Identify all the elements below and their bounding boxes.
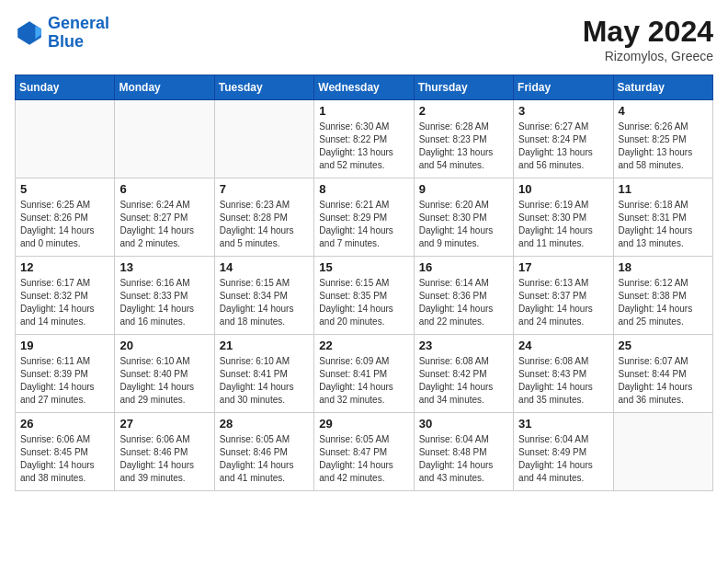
- calendar-cell: 3Sunrise: 6:27 AMSunset: 8:24 PMDaylight…: [514, 100, 613, 178]
- calendar-cell: 31Sunrise: 6:04 AMSunset: 8:49 PMDayligh…: [514, 413, 613, 491]
- logo: General Blue: [15, 15, 109, 52]
- calendar-cell: 28Sunrise: 6:05 AMSunset: 8:46 PMDayligh…: [214, 413, 313, 491]
- day-header-monday: Monday: [115, 75, 214, 100]
- day-number: 23: [419, 339, 508, 352]
- day-info: Sunrise: 6:06 AMSunset: 8:46 PMDaylight:…: [119, 433, 209, 485]
- day-number: 15: [319, 260, 408, 274]
- day-number: 29: [319, 417, 408, 431]
- calendar-cell: 15Sunrise: 6:15 AMSunset: 8:35 PMDayligh…: [314, 257, 414, 335]
- day-info: Sunrise: 6:08 AMSunset: 8:42 PMDaylight:…: [419, 355, 508, 407]
- calendar-cell: 19Sunrise: 6:11 AMSunset: 8:39 PMDayligh…: [16, 335, 115, 413]
- day-info: Sunrise: 6:05 AMSunset: 8:47 PMDaylight:…: [319, 433, 408, 485]
- calendar-cell: 17Sunrise: 6:13 AMSunset: 8:37 PMDayligh…: [514, 257, 613, 335]
- day-number: 4: [619, 104, 708, 118]
- day-number: 13: [119, 260, 209, 274]
- day-info: Sunrise: 6:28 AMSunset: 8:23 PMDaylight:…: [419, 121, 508, 172]
- day-info: Sunrise: 6:13 AMSunset: 8:37 PMDaylight:…: [518, 277, 608, 328]
- day-number: 20: [119, 339, 209, 352]
- day-header-thursday: Thursday: [414, 75, 513, 100]
- week-row-1: 1Sunrise: 6:30 AMSunset: 8:22 PMDaylight…: [16, 100, 713, 178]
- day-header-tuesday: Tuesday: [214, 75, 313, 100]
- page-header: General Blue May 2024 Rizomylos, Greece: [15, 15, 713, 63]
- day-number: 18: [619, 260, 708, 274]
- calendar-cell: 9Sunrise: 6:20 AMSunset: 8:30 PMDaylight…: [414, 178, 513, 257]
- day-number: 26: [20, 417, 109, 431]
- logo-text: General Blue: [48, 15, 109, 52]
- day-info: Sunrise: 6:15 AMSunset: 8:35 PMDaylight:…: [319, 277, 408, 328]
- calendar-cell: 24Sunrise: 6:08 AMSunset: 8:43 PMDayligh…: [514, 335, 613, 413]
- day-info: Sunrise: 6:12 AMSunset: 8:38 PMDaylight:…: [619, 277, 708, 328]
- day-info: Sunrise: 6:10 AMSunset: 8:40 PMDaylight:…: [119, 355, 209, 407]
- day-number: 9: [419, 182, 508, 196]
- calendar-cell: 21Sunrise: 6:10 AMSunset: 8:41 PMDayligh…: [214, 335, 313, 413]
- calendar-cell: 16Sunrise: 6:14 AMSunset: 8:36 PMDayligh…: [414, 257, 513, 335]
- day-header-sunday: Sunday: [16, 75, 115, 100]
- day-info: Sunrise: 6:14 AMSunset: 8:36 PMDaylight:…: [419, 277, 508, 328]
- day-info: Sunrise: 6:17 AMSunset: 8:32 PMDaylight:…: [20, 277, 109, 328]
- day-number: 24: [518, 339, 608, 352]
- day-info: Sunrise: 6:18 AMSunset: 8:31 PMDaylight:…: [619, 199, 708, 250]
- day-info: Sunrise: 6:27 AMSunset: 8:24 PMDaylight:…: [518, 121, 608, 172]
- day-info: Sunrise: 6:10 AMSunset: 8:41 PMDaylight:…: [220, 355, 309, 407]
- day-info: Sunrise: 6:20 AMSunset: 8:30 PMDaylight:…: [419, 199, 508, 250]
- calendar-cell: 12Sunrise: 6:17 AMSunset: 8:32 PMDayligh…: [16, 257, 115, 335]
- day-number: 10: [518, 182, 608, 196]
- day-header-saturday: Saturday: [613, 75, 712, 100]
- day-info: Sunrise: 6:30 AMSunset: 8:22 PMDaylight:…: [319, 121, 408, 172]
- calendar-cell: 26Sunrise: 6:06 AMSunset: 8:45 PMDayligh…: [16, 413, 115, 491]
- day-number: 8: [319, 182, 408, 196]
- month-year: May 2024: [583, 15, 713, 49]
- title-block: May 2024 Rizomylos, Greece: [583, 15, 713, 63]
- day-info: Sunrise: 6:06 AMSunset: 8:45 PMDaylight:…: [20, 433, 109, 485]
- day-info: Sunrise: 6:09 AMSunset: 8:41 PMDaylight:…: [319, 355, 408, 407]
- day-info: Sunrise: 6:25 AMSunset: 8:26 PMDaylight:…: [20, 199, 109, 250]
- day-number: 11: [619, 182, 708, 196]
- calendar-cell: 20Sunrise: 6:10 AMSunset: 8:40 PMDayligh…: [115, 335, 214, 413]
- calendar-cell: 30Sunrise: 6:04 AMSunset: 8:48 PMDayligh…: [414, 413, 513, 491]
- calendar-cell: 29Sunrise: 6:05 AMSunset: 8:47 PMDayligh…: [314, 413, 414, 491]
- day-info: Sunrise: 6:21 AMSunset: 8:29 PMDaylight:…: [319, 199, 408, 250]
- day-number: 6: [119, 182, 209, 196]
- day-header-wednesday: Wednesday: [314, 75, 414, 100]
- day-info: Sunrise: 6:15 AMSunset: 8:34 PMDaylight:…: [220, 277, 309, 328]
- calendar-cell: 25Sunrise: 6:07 AMSunset: 8:44 PMDayligh…: [613, 335, 712, 413]
- day-number: 25: [619, 339, 708, 352]
- day-info: Sunrise: 6:07 AMSunset: 8:44 PMDaylight:…: [619, 355, 708, 407]
- calendar-cell: 8Sunrise: 6:21 AMSunset: 8:29 PMDaylight…: [314, 178, 414, 257]
- calendar-cell: 13Sunrise: 6:16 AMSunset: 8:33 PMDayligh…: [115, 257, 214, 335]
- day-number: 12: [20, 260, 109, 274]
- week-row-3: 12Sunrise: 6:17 AMSunset: 8:32 PMDayligh…: [16, 257, 713, 335]
- logo-icon: [15, 18, 44, 48]
- day-info: Sunrise: 6:05 AMSunset: 8:46 PMDaylight:…: [220, 433, 309, 485]
- day-info: Sunrise: 6:04 AMSunset: 8:48 PMDaylight:…: [419, 433, 508, 485]
- day-info: Sunrise: 6:24 AMSunset: 8:27 PMDaylight:…: [119, 199, 209, 250]
- day-number: 30: [419, 417, 508, 431]
- calendar-cell: [214, 100, 313, 178]
- calendar-cell: [115, 100, 214, 178]
- logo-line1: General: [48, 14, 109, 32]
- calendar-cell: 2Sunrise: 6:28 AMSunset: 8:23 PMDaylight…: [414, 100, 513, 178]
- day-number: 27: [119, 417, 209, 431]
- day-info: Sunrise: 6:19 AMSunset: 8:30 PMDaylight:…: [518, 199, 608, 250]
- calendar-table: SundayMondayTuesdayWednesdayThursdayFrid…: [15, 75, 713, 491]
- day-info: Sunrise: 6:23 AMSunset: 8:28 PMDaylight:…: [220, 199, 309, 250]
- calendar-cell: 27Sunrise: 6:06 AMSunset: 8:46 PMDayligh…: [115, 413, 214, 491]
- day-number: 14: [220, 260, 309, 274]
- week-row-4: 19Sunrise: 6:11 AMSunset: 8:39 PMDayligh…: [16, 335, 713, 413]
- day-number: 5: [20, 182, 109, 196]
- location: Rizomylos, Greece: [583, 49, 713, 63]
- day-number: 3: [518, 104, 608, 118]
- logo-line2: Blue: [48, 32, 84, 51]
- calendar-cell: 11Sunrise: 6:18 AMSunset: 8:31 PMDayligh…: [613, 178, 712, 257]
- day-info: Sunrise: 6:26 AMSunset: 8:25 PMDaylight:…: [619, 121, 708, 172]
- day-number: 31: [518, 417, 608, 431]
- calendar-cell: [16, 100, 115, 178]
- week-row-2: 5Sunrise: 6:25 AMSunset: 8:26 PMDaylight…: [16, 178, 713, 257]
- day-number: 1: [319, 104, 408, 118]
- day-number: 2: [419, 104, 508, 118]
- day-number: 19: [20, 339, 109, 352]
- calendar-cell: 23Sunrise: 6:08 AMSunset: 8:42 PMDayligh…: [414, 335, 513, 413]
- calendar-cell: 1Sunrise: 6:30 AMSunset: 8:22 PMDaylight…: [314, 100, 414, 178]
- day-header-friday: Friday: [514, 75, 613, 100]
- calendar-cell: 7Sunrise: 6:23 AMSunset: 8:28 PMDaylight…: [214, 178, 313, 257]
